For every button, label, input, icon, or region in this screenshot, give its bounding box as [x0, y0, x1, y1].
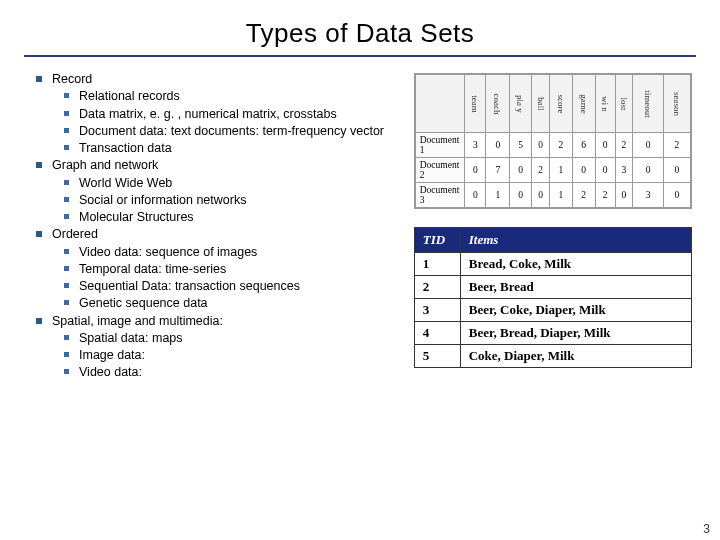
- outline-section-label: Graph and network: [52, 157, 414, 173]
- outline-item-label: Spatial data: maps: [79, 330, 414, 346]
- bullet-icon: [64, 369, 69, 374]
- items-cell: Beer, Bread, Diaper, Milk: [460, 322, 691, 345]
- outline-item-label: Genetic sequence data: [79, 295, 414, 311]
- doc-table-row-name: Document 3: [415, 183, 464, 208]
- tid-cell: 3: [414, 299, 460, 322]
- doc-table-cell: 0: [465, 183, 486, 208]
- bullet-icon: [64, 300, 69, 305]
- items-cell: Coke, Diaper, Milk: [460, 345, 691, 368]
- tid-cell: 4: [414, 322, 460, 345]
- doc-table-col-header: lost: [615, 75, 633, 133]
- doc-table-cell: 0: [531, 183, 549, 208]
- slide-body: RecordRelational recordsData matrix, e. …: [28, 71, 692, 382]
- doc-table-cell: 0: [633, 158, 664, 183]
- bullet-icon: [64, 352, 69, 357]
- bullet-icon: [64, 111, 69, 116]
- outline-item: Molecular Structures: [64, 209, 414, 225]
- bullet-icon: [64, 283, 69, 288]
- doc-table-cell: 0: [615, 183, 633, 208]
- doc-table-col-header: ball: [531, 75, 549, 133]
- tid-table-row: 5Coke, Diaper, Milk: [414, 345, 691, 368]
- outline-section-label: Ordered: [52, 226, 414, 242]
- bullet-icon: [64, 197, 69, 202]
- outline-item: Social or information networks: [64, 192, 414, 208]
- doc-table-cell: 1: [550, 183, 572, 208]
- doc-table-cell: 7: [486, 158, 510, 183]
- outline-item-label: Document data: text documents: term-freq…: [79, 123, 414, 139]
- bullet-icon: [64, 128, 69, 133]
- bullet-icon: [36, 318, 42, 324]
- outline-item-label: World Wide Web: [79, 175, 414, 191]
- outline-item-label: Data matrix, e. g. , numerical matrix, c…: [79, 106, 414, 122]
- doc-table-cell: 3: [633, 183, 664, 208]
- outline: RecordRelational recordsData matrix, e. …: [28, 71, 414, 382]
- doc-table-cell: 2: [531, 158, 549, 183]
- doc-table-cell: 3: [465, 133, 486, 158]
- outline-item: Data matrix, e. g. , numerical matrix, c…: [64, 106, 414, 122]
- doc-table-col-header: wi n: [595, 75, 615, 133]
- outline-item-label: Transaction data: [79, 140, 414, 156]
- items-cell: Beer, Coke, Diaper, Milk: [460, 299, 691, 322]
- doc-table-cell: 0: [486, 133, 510, 158]
- outline-item: Transaction data: [64, 140, 414, 156]
- tid-header-items: Items: [460, 228, 691, 253]
- outline-item-label: Relational records: [79, 88, 414, 104]
- doc-table-col-header: team: [465, 75, 486, 133]
- doc-table-row-name: Document 1: [415, 133, 464, 158]
- slide-title: Types of Data Sets: [28, 18, 692, 49]
- slide: Types of Data Sets RecordRelational reco…: [0, 0, 720, 540]
- doc-table-cell: 3: [615, 158, 633, 183]
- figures: teamcoachpla yballscoregamewi nlosttimeo…: [414, 71, 692, 382]
- tid-table-row: 3Beer, Coke, Diaper, Milk: [414, 299, 691, 322]
- doc-table-col-header: game: [572, 75, 595, 133]
- tid-header-tid: TID: [414, 228, 460, 253]
- tid-items-table: TID Items 1Bread, Coke, Milk2Beer, Bread…: [414, 227, 692, 368]
- outline-item: Relational records: [64, 88, 414, 104]
- document-term-table: teamcoachpla yballscoregamewi nlosttimeo…: [414, 73, 692, 209]
- doc-table-cell: 1: [486, 183, 510, 208]
- items-cell: Bread, Coke, Milk: [460, 253, 691, 276]
- outline-section: Spatial, image and multimedia:: [36, 313, 414, 329]
- outline-item-label: Temporal data: time-series: [79, 261, 414, 277]
- doc-table-cell: 2: [550, 133, 572, 158]
- bullet-icon: [64, 249, 69, 254]
- outline-item: Document data: text documents: term-freq…: [64, 123, 414, 139]
- doc-table-col-header: timeout: [633, 75, 664, 133]
- doc-table-cell: 0: [531, 133, 549, 158]
- tid-table-row: 1Bread, Coke, Milk: [414, 253, 691, 276]
- title-rule: [24, 55, 696, 57]
- doc-table-cell: 6: [572, 133, 595, 158]
- doc-table-col-header: season: [663, 75, 690, 133]
- doc-table-cell: 0: [633, 133, 664, 158]
- doc-table-col-header: score: [550, 75, 572, 133]
- doc-table-cell: 0: [595, 158, 615, 183]
- outline-section-label: Record: [52, 71, 414, 87]
- outline-item: Genetic sequence data: [64, 295, 414, 311]
- outline-item: Sequential Data: transaction sequences: [64, 278, 414, 294]
- bullet-icon: [64, 145, 69, 150]
- doc-table-row: Document 13050260202: [415, 133, 690, 158]
- bullet-icon: [36, 76, 42, 82]
- doc-table-row: Document 20702100300: [415, 158, 690, 183]
- doc-table-row: Document 30100122030: [415, 183, 690, 208]
- doc-table-cell: 0: [510, 158, 532, 183]
- doc-table-row-name: Document 2: [415, 158, 464, 183]
- doc-table-cell: 5: [510, 133, 532, 158]
- doc-table-cell: 0: [465, 158, 486, 183]
- doc-table-cell: 2: [572, 183, 595, 208]
- tid-table-row: 4Beer, Bread, Diaper, Milk: [414, 322, 691, 345]
- doc-table-cell: 2: [663, 133, 690, 158]
- doc-table-cell: 0: [595, 133, 615, 158]
- tid-table-row: 2Beer, Bread: [414, 276, 691, 299]
- doc-table-cell: 0: [663, 158, 690, 183]
- bullet-icon: [64, 180, 69, 185]
- outline-item-label: Image data:: [79, 347, 414, 363]
- outline-item: Video data:: [64, 364, 414, 380]
- doc-table-cell: 0: [663, 183, 690, 208]
- doc-table-cell: 2: [595, 183, 615, 208]
- outline-section: Record: [36, 71, 414, 87]
- bullet-icon: [64, 93, 69, 98]
- outline-item-label: Sequential Data: transaction sequences: [79, 278, 414, 294]
- outline-item: Video data: sequence of images: [64, 244, 414, 260]
- items-cell: Beer, Bread: [460, 276, 691, 299]
